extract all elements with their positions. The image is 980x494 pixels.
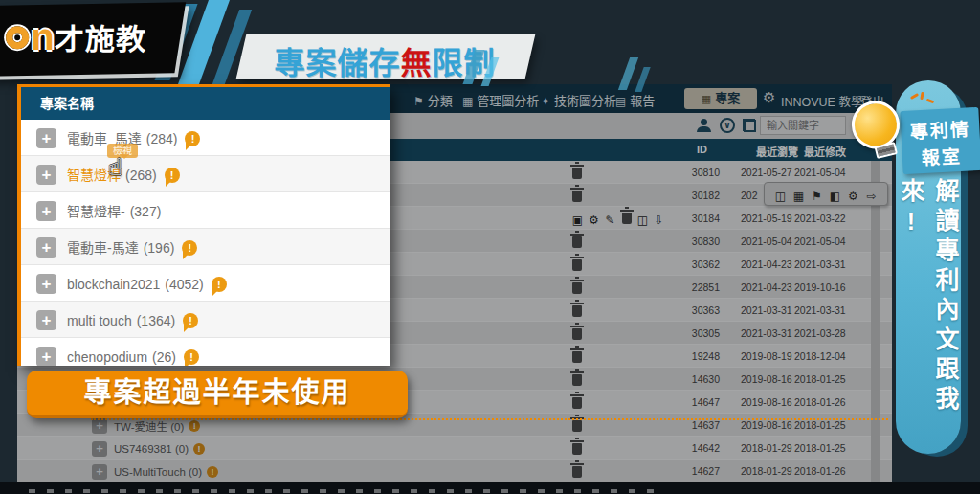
project-list-item[interactable]: +電動車_馬達(284)! bbox=[21, 120, 390, 156]
project-list: +電動車_馬達(284)! +智慧燈桿(268)! +智慧燈桿-(327) +電… bbox=[21, 120, 390, 366]
panel-header: 專案名稱 bbox=[21, 87, 390, 120]
project-name-panel: 專案名稱 +電動車_馬達(284)! +智慧燈桿(268)! +智慧燈桿-(32… bbox=[17, 84, 390, 366]
logo-prefix: n bbox=[31, 15, 55, 57]
project-list-item[interactable]: +電動車-馬達(196)! bbox=[21, 229, 390, 265]
banner-emphasis: 無 bbox=[401, 46, 433, 80]
project-count: (268) bbox=[125, 168, 157, 183]
channel-logo: n才施教 bbox=[0, 2, 186, 76]
video-frame: ⚑分類▦管理圖分析✦技術圖分析▤報告 ▦專案 ⚙ INNOVUE 教學 登出 ∨… bbox=[0, 0, 980, 494]
expand-plus-icon[interactable]: + bbox=[36, 201, 56, 221]
expand-plus-icon[interactable]: + bbox=[36, 274, 56, 294]
project-name: chenopodium bbox=[67, 349, 147, 365]
alert-badge-icon: ! bbox=[182, 240, 197, 256]
unused-project-callout: 專案超過半年未使用 bbox=[27, 370, 408, 418]
project-count: (1364) bbox=[137, 313, 175, 328]
project-list-item[interactable]: +chenopodium(26)! bbox=[21, 338, 390, 366]
alert-badge-icon: ! bbox=[185, 131, 200, 146]
project-count: (4052) bbox=[165, 277, 203, 292]
promo-vertical-text: 解讀專利內文跟我來! bbox=[894, 178, 963, 454]
project-list-item[interactable]: +智慧燈桿-(327) bbox=[21, 192, 390, 229]
alert-badge-icon: ! bbox=[183, 313, 198, 328]
bottom-bezel bbox=[0, 482, 980, 494]
project-count: (26) bbox=[152, 349, 176, 365]
expand-plus-icon[interactable]: + bbox=[36, 237, 56, 258]
project-name: 電動車-馬達 bbox=[67, 240, 139, 256]
project-list-item[interactable]: +blockchain2021(4052)! bbox=[21, 265, 390, 302]
logo-text: 才施教 bbox=[55, 23, 146, 56]
alert-badge-icon: ! bbox=[212, 277, 227, 292]
mouse-cursor-icon: ☝ bbox=[108, 153, 122, 181]
alert-badge-icon: ! bbox=[184, 349, 199, 365]
expand-plus-icon[interactable]: + bbox=[36, 347, 56, 366]
magnifier-ring-icon bbox=[6, 26, 29, 49]
project-list-item[interactable]: +智慧燈桿(268)! bbox=[21, 156, 390, 192]
expand-plus-icon[interactable]: + bbox=[36, 310, 56, 330]
expand-plus-icon[interactable]: + bbox=[36, 165, 56, 185]
expand-plus-icon[interactable]: + bbox=[36, 128, 56, 148]
project-list-item[interactable]: +multi touch(1364)! bbox=[21, 302, 390, 338]
alert-badge-icon: ! bbox=[165, 168, 180, 183]
unused-row-dashed-highlight bbox=[91, 418, 888, 420]
project-name: multi touch bbox=[67, 313, 132, 328]
project-name: 智慧燈桿- bbox=[67, 204, 125, 219]
cutoff-subtitle bbox=[29, 489, 660, 493]
project-count: (196) bbox=[144, 240, 175, 256]
project-count: (284) bbox=[146, 131, 178, 146]
project-name: blockchain2021 bbox=[67, 277, 160, 292]
project-count: (327) bbox=[130, 204, 162, 219]
